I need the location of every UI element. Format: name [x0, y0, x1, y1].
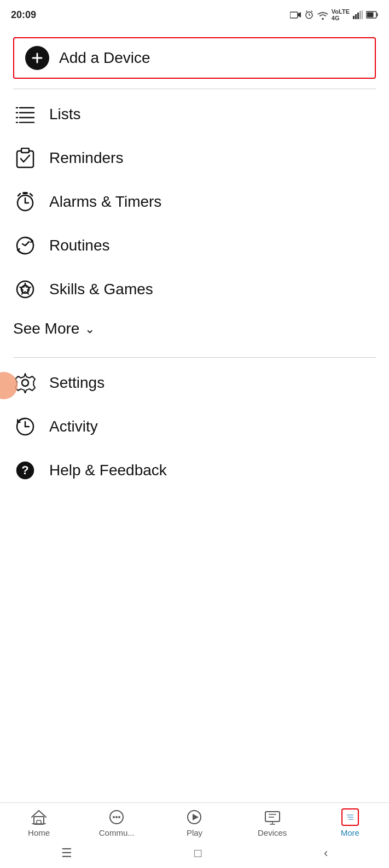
devices-icon — [264, 808, 281, 826]
svg-marker-1 — [298, 12, 301, 18]
menu-item-lists[interactable]: Lists — [0, 92, 389, 136]
svg-text:?: ? — [21, 463, 28, 477]
nav-communicate[interactable]: Commu... — [89, 808, 144, 837]
svg-marker-52 — [193, 814, 199, 820]
nav-more[interactable]: More — [323, 808, 378, 837]
menu-item-activity[interactable]: Activity — [0, 405, 389, 448]
plus-icon — [31, 51, 44, 65]
nav-play[interactable]: Play — [167, 808, 222, 837]
alarm-status-icon — [304, 10, 314, 20]
menu-item-skills[interactable]: Skills & Games — [0, 267, 389, 311]
bottom-nav: Home Commu... Play — [0, 802, 389, 868]
menu-list: Lists Reminders Alarms & Timers — [0, 92, 389, 311]
svg-rect-9 — [355, 14, 357, 19]
menu-item-alarms[interactable]: Alarms & Timers — [0, 180, 389, 224]
svg-rect-8 — [353, 16, 355, 19]
alarms-icon — [13, 190, 37, 214]
signal-text: VoLTE4G — [332, 8, 350, 21]
svg-rect-33 — [22, 192, 28, 194]
menu-item-routines[interactable]: Routines — [0, 224, 389, 267]
nav-devices[interactable]: Devices — [245, 808, 300, 837]
svg-line-32 — [30, 194, 32, 196]
add-device-label: Add a Device — [59, 49, 150, 67]
top-divider — [13, 89, 376, 89]
home-icon — [30, 808, 48, 826]
svg-rect-15 — [377, 13, 378, 16]
see-more-button[interactable]: See More ⌄ — [0, 311, 389, 347]
communicate-nav-label: Commu... — [99, 828, 135, 837]
svg-rect-53 — [265, 812, 280, 822]
status-bar: 20:09 VoLTE4G — [0, 0, 389, 27]
chat-icon — [108, 808, 125, 826]
menu-item-settings[interactable]: Settings — [0, 361, 389, 405]
chevron-down-icon: ⌄ — [85, 322, 95, 336]
nav-home[interactable]: Home — [11, 808, 66, 837]
svg-rect-10 — [357, 13, 359, 19]
list-icon — [13, 102, 37, 126]
skills-label: Skills & Games — [49, 281, 153, 298]
status-time: 20:09 — [11, 9, 36, 21]
routines-label: Routines — [49, 237, 110, 254]
play-icon — [185, 808, 203, 826]
routines-icon — [13, 234, 37, 258]
svg-point-38 — [22, 380, 28, 386]
svg-point-48 — [113, 816, 115, 818]
skills-icon — [13, 277, 37, 301]
svg-line-6 — [311, 11, 312, 12]
svg-rect-14 — [367, 13, 374, 18]
svg-point-50 — [118, 816, 120, 818]
activity-label: Activity — [49, 418, 98, 435]
add-device-button[interactable]: Add a Device — [13, 37, 376, 79]
settings-label: Settings — [49, 374, 104, 392]
nav-recent-icon[interactable]: ☰ — [61, 846, 72, 860]
svg-line-5 — [306, 11, 307, 12]
svg-point-49 — [115, 816, 118, 818]
system-nav: ☰ □ ‹ — [0, 841, 389, 868]
play-nav-label: Play — [187, 828, 202, 837]
nav-home-system-icon[interactable]: □ — [194, 846, 201, 860]
more-nav-label: More — [341, 828, 359, 837]
see-more-label: See More — [13, 320, 79, 337]
menu-item-reminders[interactable]: Reminders — [0, 136, 389, 180]
home-nav-label: Home — [28, 828, 50, 837]
add-device-icon — [25, 46, 49, 70]
svg-rect-12 — [362, 10, 363, 19]
svg-rect-11 — [359, 11, 361, 19]
svg-point-7 — [322, 18, 323, 20]
more-icon — [347, 810, 353, 824]
camera-icon — [290, 10, 301, 19]
alarms-label: Alarms & Timers — [49, 193, 161, 211]
battery-icon — [366, 11, 378, 19]
more-icon-container — [341, 808, 359, 826]
settings-list: Settings Activity ? Help & Feedback — [0, 361, 389, 492]
signal-bars-icon — [353, 10, 363, 19]
reminders-label: Reminders — [49, 149, 123, 167]
middle-divider — [13, 357, 376, 358]
nav-back-icon[interactable]: ‹ — [324, 846, 328, 860]
wifi-icon — [317, 10, 328, 20]
clipboard-icon — [13, 146, 37, 170]
svg-rect-27 — [21, 148, 29, 153]
history-icon — [13, 415, 37, 439]
lists-label: Lists — [49, 106, 81, 123]
svg-line-31 — [18, 194, 20, 196]
devices-nav-label: Devices — [258, 828, 287, 837]
status-icons: VoLTE4G — [290, 8, 378, 21]
help-label: Help & Feedback — [49, 462, 167, 479]
help-icon: ? — [13, 458, 37, 482]
svg-rect-0 — [290, 12, 298, 18]
nav-items: Home Commu... Play — [0, 803, 389, 841]
menu-item-help[interactable]: ? Help & Feedback — [0, 448, 389, 492]
